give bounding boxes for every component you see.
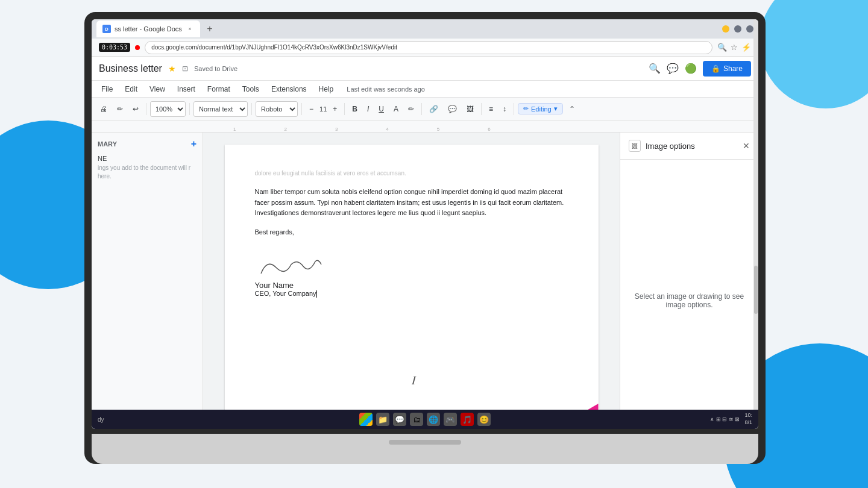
underline-button[interactable]: U	[375, 101, 388, 117]
window-close-button[interactable]	[746, 25, 753, 33]
separator-3	[251, 103, 252, 115]
highlight-button[interactable]: ✏	[404, 101, 418, 117]
address-bar: 0:03:53 docs.google.com/document/d/1bpVJ…	[92, 39, 758, 57]
ruler-mark-3: 3	[335, 127, 338, 132]
panel-image-icon: 🖼	[629, 140, 641, 152]
text-color-button[interactable]: A	[390, 101, 402, 117]
font-size-increase-button[interactable]: +	[329, 101, 341, 117]
taskbar-left-label: dy	[98, 416, 104, 423]
sidebar-section-label: MARY	[98, 140, 117, 148]
link-button[interactable]: 🔗	[426, 101, 442, 117]
ruler-mark-4: 4	[386, 127, 388, 132]
address-bar-icons: 🔍 ☆ ⚡	[717, 43, 751, 52]
separator-7	[481, 103, 482, 115]
editing-mode-badge[interactable]: ✏ Editing ▾	[518, 103, 563, 114]
share-icon: 🔒	[711, 64, 720, 73]
document-page[interactable]: dolore eu feugiat nulla facilisis at ver…	[225, 145, 599, 429]
menu-extensions[interactable]: Extensions	[266, 83, 312, 95]
paint-format-button[interactable]: ✏	[113, 101, 127, 117]
url-input[interactable]: docs.google.com/document/d/1bpVJNJUghndF…	[145, 41, 712, 54]
tab-title: ss letter - Google Docs	[115, 25, 182, 33]
browser-tab-bar: D ss letter - Google Docs × +	[92, 19, 758, 39]
comment-history-icon[interactable]: 💬	[667, 63, 679, 74]
scrollbar-thumb[interactable]	[754, 266, 758, 314]
menu-edit[interactable]: Edit	[120, 83, 142, 95]
active-tab[interactable]: D ss letter - Google Docs ×	[96, 20, 200, 37]
ruler-mark-5: 5	[437, 127, 439, 132]
font-size-decrease-button[interactable]: −	[306, 101, 317, 117]
sidebar-add-button[interactable]: +	[191, 139, 197, 149]
undo-button[interactable]: ↩	[129, 101, 142, 117]
taskbar-system-icons: ∧ ⊞ ⊟ ≋ ⊠	[710, 416, 740, 422]
bg-circle-top-right	[760, 0, 868, 108]
laptop-base	[92, 434, 758, 464]
image-button[interactable]: 🖼	[463, 101, 477, 117]
paragraph-style-select[interactable]: Normal text Heading 1 Heading 2	[193, 101, 248, 117]
toolbar-expand-button[interactable]: ⌃	[565, 101, 579, 117]
new-tab-button[interactable]: +	[203, 22, 217, 36]
bold-button[interactable]: B	[348, 101, 361, 117]
zoom-icon: 🔍	[717, 43, 727, 52]
laptop-shell: D ss letter - Google Docs × + 0:03:53 do…	[84, 12, 766, 464]
taskbar-files-icon[interactable]: 📁	[376, 413, 389, 426]
font-size-value: 11	[319, 105, 327, 113]
document-scrollbar[interactable]	[753, 19, 758, 429]
search-icon[interactable]: 🔍	[649, 63, 661, 74]
tab-list: D ss letter - Google Docs × +	[96, 19, 217, 39]
menu-help[interactable]: Help	[314, 83, 339, 95]
separator-2	[189, 103, 190, 115]
comment-button[interactable]: 💬	[444, 101, 461, 117]
zoom-select[interactable]: 100% 75% 125%	[150, 101, 186, 117]
ruler-mark-2: 2	[284, 127, 286, 132]
doc-paragraph-2: Nam liber tempor cum soluta nobis eleife…	[255, 187, 568, 219]
taskbar-right: ∧ ⊞ ⊟ ≋ ⊠ 10: 8/1	[710, 412, 752, 426]
line-spacing-button[interactable]: ↕	[499, 101, 510, 117]
panel-title: Image options	[646, 142, 738, 151]
signer-title: CEO, Your Company	[255, 290, 568, 298]
text-cursor	[316, 290, 317, 298]
menu-view[interactable]: View	[145, 83, 170, 95]
format-toolbar: 🖨 ✏ ↩ 100% 75% 125% Normal text Heading …	[92, 98, 758, 120]
menu-format[interactable]: Format	[203, 83, 235, 95]
taskbar-media-icon[interactable]: 🎵	[461, 413, 474, 426]
image-options-panel: 🖼 Image options ✕ Select an image or dra…	[620, 133, 758, 429]
print-button[interactable]: 🖨	[96, 101, 111, 117]
document-title[interactable]: Business letter	[99, 63, 162, 74]
document-area[interactable]: dolore eu feugiat nulla facilisis at ver…	[203, 133, 620, 429]
editing-pencil-icon: ✏	[523, 105, 529, 113]
taskbar-emoji-icon[interactable]: 😊	[477, 413, 491, 426]
share-button[interactable]: 🔒 Share	[703, 61, 751, 77]
recording-indicator	[135, 45, 140, 50]
saved-status: Saved to Drive	[194, 65, 237, 72]
taskbar-chat-icon[interactable]: 💬	[393, 413, 406, 426]
taskbar-games-icon[interactable]: 🎮	[444, 413, 457, 426]
sidebar-empty-message: ings you add to the document will r here…	[98, 164, 197, 181]
google-account-icon[interactable]: 🟢	[685, 63, 697, 74]
window-maximize-button[interactable]	[734, 25, 741, 33]
separator-8	[514, 103, 514, 115]
taskbar-chrome-icon[interactable]: 🌐	[427, 413, 440, 426]
align-button[interactable]: ≡	[485, 101, 497, 117]
panel-close-button[interactable]: ✕	[743, 141, 750, 151]
taskbar: dy 📁 💬 🗂 🌐 🎮 🎵 😊 ∧ ⊞ ⊟ ≋ ⊠ 10: 8/1	[92, 410, 758, 429]
doc-paragraph-1: dolore eu feugiat nulla facilisis at ver…	[255, 169, 568, 178]
star-icon[interactable]: ★	[168, 64, 176, 74]
separator-1	[146, 103, 146, 115]
signature-graphic	[255, 255, 568, 280]
sidebar-outline-section: MARY +	[98, 139, 197, 149]
drive-icon: ⊡	[182, 64, 188, 73]
docs-title-bar: Business letter ★ ⊡ Saved to Drive 🔍 💬 🟢…	[92, 57, 758, 81]
windows-start-button[interactable]	[359, 413, 373, 426]
italic-button[interactable]: I	[363, 101, 373, 117]
font-select[interactable]: Roboto Arial Times New Roman	[256, 101, 298, 117]
separator-6	[421, 103, 422, 115]
laptop-screen: D ss letter - Google Docs × + 0:03:53 do…	[92, 19, 758, 429]
taskbar-explorer-icon[interactable]: 🗂	[410, 413, 423, 426]
menu-insert[interactable]: Insert	[172, 83, 200, 95]
menu-file[interactable]: File	[96, 83, 118, 95]
panel-empty-message: Select an image or drawing to see image …	[620, 160, 758, 429]
tab-close-button[interactable]: ×	[186, 25, 194, 33]
window-minimize-button[interactable]	[722, 25, 729, 33]
menu-tools[interactable]: Tools	[237, 83, 264, 95]
separator-4	[301, 103, 302, 115]
